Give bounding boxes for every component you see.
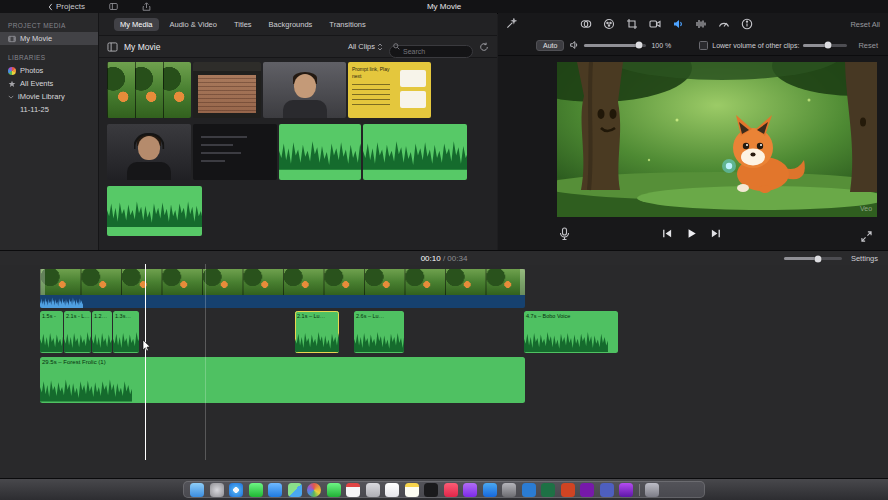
dock-icon-maps[interactable] bbox=[288, 483, 302, 497]
timeline-audio-clip-1[interactable]: 1.5s - bbox=[40, 311, 63, 353]
waveform bbox=[279, 134, 361, 170]
sidebar-item-event-date[interactable]: 11-11-25 bbox=[0, 103, 98, 116]
timeline-audio-clip-bobo-voice[interactable]: 4.7s – Bobo Voice bbox=[524, 311, 618, 353]
media-clip-talking-head[interactable] bbox=[263, 62, 346, 118]
enhance-wand-icon[interactable] bbox=[506, 15, 517, 33]
dock-icon-calendar[interactable] bbox=[346, 483, 360, 497]
media-clip-talking-head-2[interactable] bbox=[107, 124, 191, 180]
dock-icon-contacts[interactable] bbox=[366, 483, 380, 497]
sidebar-item-all-events[interactable]: All Events bbox=[0, 77, 98, 90]
clip-filter-dropdown[interactable]: All Clips bbox=[348, 42, 383, 51]
timeline-audio-clip-2[interactable]: 2.1s - L… bbox=[64, 311, 91, 353]
refresh-icon[interactable] bbox=[479, 38, 489, 56]
fullscreen-icon[interactable] bbox=[861, 228, 872, 246]
tab-backgrounds[interactable]: Backgrounds bbox=[263, 18, 319, 31]
waveform bbox=[113, 327, 139, 352]
dock-icon-trash[interactable] bbox=[645, 483, 659, 497]
playback-controls bbox=[498, 225, 888, 245]
window-title: My Movie bbox=[427, 2, 461, 11]
timeline-settings-button[interactable]: Settings bbox=[851, 254, 878, 263]
sidebar-item-imovie-library[interactable]: iMovie Library bbox=[0, 90, 98, 103]
dock-icon-launchpad[interactable] bbox=[210, 483, 224, 497]
projects-back-button[interactable]: Projects bbox=[48, 2, 85, 11]
dock-icon-onenote[interactable] bbox=[580, 483, 594, 497]
dock-icon-reminders[interactable] bbox=[385, 483, 399, 497]
timeline-video-clip[interactable] bbox=[40, 269, 525, 295]
clip-info-icon[interactable] bbox=[740, 17, 754, 31]
media-clip-audio-3[interactable] bbox=[107, 186, 202, 236]
adjust-toolbar: Reset All bbox=[498, 13, 888, 35]
dock-icon-finder[interactable] bbox=[190, 483, 204, 497]
media-clip-audio-1[interactable] bbox=[279, 124, 361, 180]
next-frame-button[interactable] bbox=[710, 228, 722, 239]
timeline-header: 00:10 / 00:34 Settings bbox=[0, 250, 888, 266]
dock-icon-messages[interactable] bbox=[249, 483, 263, 497]
reset-all-button[interactable]: Reset All bbox=[850, 20, 880, 29]
dock-icon-settings[interactable] bbox=[502, 483, 516, 497]
media-clip-audio-2[interactable] bbox=[363, 124, 467, 180]
play-button[interactable] bbox=[685, 228, 698, 239]
dock-icon-powerpoint[interactable] bbox=[561, 483, 575, 497]
dock-icon-app-store[interactable] bbox=[483, 483, 497, 497]
timeline-audio-clip-4[interactable]: 1.3s… bbox=[113, 311, 139, 353]
sidebar-item-my-movie[interactable]: My Movie bbox=[0, 32, 98, 45]
color-correction-icon[interactable] bbox=[602, 17, 616, 31]
lower-volume-slider[interactable] bbox=[803, 44, 847, 47]
media-clip-slide[interactable]: Prompt link, Play next bbox=[348, 62, 431, 118]
color-balance-icon[interactable] bbox=[579, 17, 593, 31]
timeline-music-clip-forest-frolic[interactable]: 29.5s – Forest Frolic (1) bbox=[40, 357, 525, 403]
stabilization-icon[interactable] bbox=[648, 17, 662, 31]
tab-my-media[interactable]: My Media bbox=[114, 18, 159, 31]
dock-icon-tv[interactable] bbox=[424, 483, 438, 497]
media-clip-forest-video[interactable] bbox=[107, 62, 191, 118]
volume-reset-button[interactable]: Reset bbox=[858, 41, 878, 50]
crop-icon[interactable] bbox=[625, 17, 639, 31]
tab-titles[interactable]: Titles bbox=[228, 18, 258, 31]
timeline-audio-clip-6[interactable]: 2.6s – Lu… bbox=[354, 311, 404, 353]
volume-slider[interactable] bbox=[584, 44, 646, 47]
zoom-slider-knob[interactable] bbox=[814, 255, 821, 262]
tab-transitions[interactable]: Transitions bbox=[323, 18, 371, 31]
person-body bbox=[127, 162, 171, 180]
dock-icon-podcasts[interactable] bbox=[463, 483, 477, 497]
dock-icon-word[interactable] bbox=[522, 483, 536, 497]
waveform bbox=[40, 295, 83, 308]
share-icon[interactable] bbox=[142, 2, 151, 11]
sidebar-toggle-icon[interactable] bbox=[107, 38, 118, 56]
playhead[interactable] bbox=[145, 264, 146, 460]
tab-audio-video[interactable]: Audio & Video bbox=[164, 18, 223, 31]
headphones bbox=[134, 133, 165, 149]
dock-icon-facetime[interactable] bbox=[327, 483, 341, 497]
media-clip-document[interactable] bbox=[193, 62, 261, 118]
volume-icon[interactable] bbox=[671, 17, 685, 31]
dock-icon-notes[interactable] bbox=[405, 483, 419, 497]
dock-icon-imovie[interactable] bbox=[619, 483, 633, 497]
timeline-audio-clip-3[interactable]: 1.2… bbox=[92, 311, 112, 353]
sidebar-item-photos[interactable]: Photos bbox=[0, 64, 98, 77]
dock-icon-teams[interactable] bbox=[600, 483, 614, 497]
dock-icon-safari[interactable] bbox=[229, 483, 243, 497]
voiceover-mic-icon[interactable] bbox=[558, 227, 571, 245]
auto-volume-button[interactable]: Auto bbox=[536, 40, 564, 51]
lower-volume-knob[interactable] bbox=[824, 42, 831, 49]
volume-slider-knob[interactable] bbox=[635, 42, 642, 49]
lower-volume-label: Lower volume of other clips: bbox=[712, 42, 799, 49]
timeline-audio-clip-5-selected[interactable]: 2.1s – Lu… bbox=[295, 311, 339, 353]
document-header bbox=[193, 62, 261, 71]
dock-icon-photos[interactable] bbox=[307, 483, 321, 497]
dock-icon-excel[interactable] bbox=[541, 483, 555, 497]
timeline-video-audio-track[interactable] bbox=[40, 295, 525, 308]
speed-icon[interactable] bbox=[717, 17, 731, 31]
noise-reduction-icon[interactable] bbox=[694, 17, 708, 31]
disclosure-chevron-icon bbox=[8, 94, 14, 100]
timeline[interactable]: 1.5s - 2.1s - L… 1.2… 1.3s… 2.1s – Lu… 2… bbox=[0, 265, 888, 479]
dock-icon-music[interactable] bbox=[444, 483, 458, 497]
timeline-zoom-slider[interactable] bbox=[784, 257, 842, 260]
media-clip-screen-recording[interactable] bbox=[193, 124, 277, 180]
video-preview[interactable]: Veo bbox=[557, 62, 877, 217]
lower-volume-checkbox[interactable] bbox=[699, 41, 708, 50]
dock-icon-mail[interactable] bbox=[268, 483, 282, 497]
window-layout-icon[interactable] bbox=[109, 2, 118, 11]
previous-frame-button[interactable] bbox=[661, 228, 673, 239]
speaker-icon bbox=[569, 36, 579, 54]
